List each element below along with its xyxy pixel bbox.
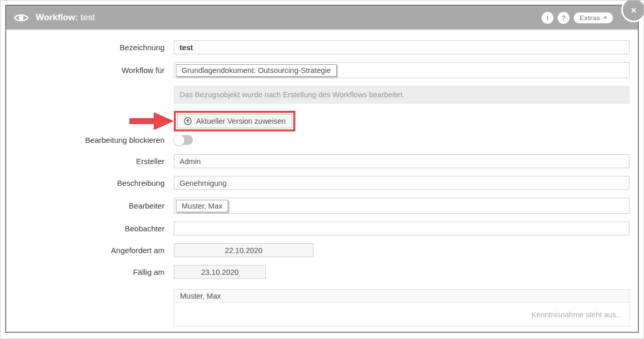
bearbeiter-field[interactable]: Muster, Max — [174, 198, 630, 214]
beschreibung-input[interactable] — [174, 176, 630, 190]
form-row-bearbeiter: Bearbeiter Muster, Max — [6, 198, 630, 214]
form-row-ersteller: Ersteller — [6, 154, 630, 168]
close-icon: ✕ — [631, 6, 637, 14]
workflow-dialog: Workflow:test i ? Extras ✕ Bezeichnung — [5, 5, 639, 333]
eye-icon — [13, 12, 29, 23]
extras-label: Extras — [579, 14, 600, 22]
titlebar-actions: i ? Extras — [542, 12, 631, 24]
bearbeitung-blockieren-label: Bearbeitung blockieren — [6, 136, 174, 144]
form-row-acknowledgement: Muster, Max Kenntnisnahme steht aus... — [6, 289, 630, 327]
dialog-content: Bezeichnung Workflow für Grundlagendokum… — [6, 30, 638, 327]
info-button[interactable]: i — [542, 12, 553, 24]
bezugsobjekt-notice: Das Bezugsobjekt wurde nach Erstellung d… — [174, 86, 630, 104]
workflow-fuer-field[interactable]: Grundlagendokument: Outsourcing-Strategi… — [174, 62, 630, 78]
chevron-down-icon — [603, 17, 607, 19]
workflow-reference-chip[interactable]: Grundlagendokument: Outsourcing-Strategi… — [176, 64, 337, 77]
dialog-title: Workflow:test — [36, 12, 95, 23]
angefordert-am-label: Angefordert am — [6, 246, 174, 255]
bearbeiter-chip[interactable]: Muster, Max — [176, 200, 228, 212]
form-row-faellig-am: Fällig am — [6, 265, 630, 279]
ersteller-input[interactable] — [174, 154, 630, 168]
red-highlight-box: Aktueller Version zuweisen — [174, 111, 295, 131]
toggle-knob — [173, 135, 185, 146]
screenshot-frame: Workflow:test i ? Extras ✕ Bezeichnung — [0, 0, 644, 339]
faellig-am-input[interactable] — [174, 265, 266, 279]
workflow-fuer-label: Workflow für — [6, 66, 174, 75]
form-row-beobachter: Beobachter — [6, 222, 630, 235]
bearbeitung-blockieren-toggle[interactable] — [174, 135, 193, 145]
form-row-notice: Das Bezugsobjekt wurde nach Erstellung d… — [6, 86, 630, 111]
red-arrow-annotation — [128, 112, 174, 130]
acknowledgement-status: Kenntnisnahme steht aus... — [174, 303, 629, 326]
acknowledgement-box: Muster, Max Kenntnisnahme steht aus... — [174, 289, 630, 327]
help-button[interactable]: ? — [558, 12, 570, 24]
dialog-title-value: test — [81, 12, 95, 22]
form-row-angefordert-am: Angefordert am — [6, 243, 630, 257]
dialog-titlebar: Workflow:test i ? Extras ✕ — [6, 6, 638, 30]
beobachter-label: Beobachter — [6, 224, 174, 233]
dialog-title-prefix: Workflow: — [36, 12, 78, 22]
angefordert-am-input[interactable] — [174, 243, 313, 257]
extras-dropdown-button[interactable]: Extras — [574, 12, 613, 23]
bezeichnung-input[interactable] — [174, 40, 630, 54]
form-row-workflow-fuer: Workflow für Grundlagendokument: Outsour… — [6, 62, 630, 78]
assign-button-label: Aktueller Version zuweisen — [196, 117, 286, 125]
assign-current-version-button[interactable]: Aktueller Version zuweisen — [177, 114, 292, 128]
beschreibung-label: Beschreibung — [6, 179, 174, 187]
form-row-beschreibung: Beschreibung — [6, 176, 630, 190]
form-row-assign-version: Aktueller Version zuweisen — [6, 111, 630, 131]
faellig-am-label: Fällig am — [6, 268, 174, 276]
form-row-bearbeitung-blockieren: Bearbeitung blockieren — [6, 135, 630, 145]
form-row-bezeichnung: Bezeichnung — [6, 40, 630, 54]
ersteller-label: Ersteller — [6, 157, 174, 166]
beobachter-input[interactable] — [174, 222, 630, 235]
upload-circle-icon — [184, 117, 192, 125]
acknowledgement-person[interactable]: Muster, Max — [174, 290, 629, 303]
bezeichnung-label: Bezeichnung — [6, 43, 174, 52]
bearbeiter-label: Bearbeiter — [6, 201, 174, 210]
